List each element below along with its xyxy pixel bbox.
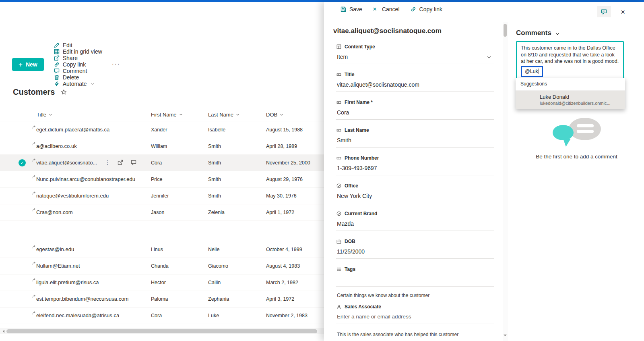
field-value-input[interactable]: vitae.aliquet@sociisnatoque.com bbox=[336, 79, 494, 92]
item-title: vitae.aliquet@sociisnatoque.com bbox=[333, 27, 442, 35]
vertical-scrollbar[interactable] bbox=[503, 22, 508, 341]
row-first-name: William bbox=[151, 143, 203, 149]
row-title-link[interactable]: eget.dictum.placerat@mattis.ca bbox=[36, 127, 145, 133]
form-field: Office New York City bbox=[336, 183, 494, 203]
row-title-link[interactable]: Cras@non.com bbox=[36, 209, 145, 215]
field-value-input[interactable]: Mazda bbox=[336, 218, 494, 231]
scroll-left-arrow-icon[interactable] bbox=[1, 330, 4, 333]
row-last-name: Zelenia bbox=[208, 210, 260, 215]
item-link-icon bbox=[32, 208, 36, 212]
row-title-link[interactable]: ligula.elit.pretium@risus.ca bbox=[36, 279, 145, 285]
row-dob: August 4, 1983 bbox=[266, 263, 322, 269]
field-value-input[interactable]: 11/25/2000 bbox=[336, 246, 494, 259]
item-link-icon bbox=[32, 158, 36, 162]
form-fields: Content Type Item Title vitae.aliquet@so… bbox=[336, 44, 494, 287]
text-icon bbox=[336, 155, 342, 161]
row-first-name: Chanda bbox=[151, 263, 203, 269]
column-header[interactable]: DOB bbox=[266, 112, 283, 118]
row-title-link[interactable]: vitae.aliquet@sociisnato... bbox=[36, 160, 105, 166]
sharepoint-list-app: ex + New Edit Edit in grid view Share Co… bbox=[0, 0, 644, 341]
table-row[interactable]: ✓ ligula.elit.pretium@risus.ca ⋮ Hector … bbox=[0, 274, 324, 291]
close-icon[interactable]: × bbox=[621, 8, 625, 16]
link-icon bbox=[54, 61, 60, 68]
favorite-star-icon[interactable] bbox=[61, 89, 67, 95]
field-value-input[interactable]: Smith bbox=[336, 135, 494, 148]
horizontal-scrollbar[interactable] bbox=[0, 328, 324, 334]
toolbar-button[interactable]: Edit in grid view bbox=[54, 48, 102, 55]
scrollbar-thumb[interactable] bbox=[6, 329, 317, 333]
scrollbar-thumb[interactable] bbox=[504, 24, 507, 37]
comment-icon[interactable] bbox=[130, 159, 137, 166]
field-label: Tags bbox=[345, 266, 355, 272]
field-value-input[interactable]: Cora bbox=[336, 107, 494, 120]
toolbar-button[interactable]: × Cancel bbox=[373, 6, 400, 12]
suggestion-item[interactable]: Luke Donald lukedonald@citizenbuilders.o… bbox=[516, 91, 625, 109]
row-title-link[interactable]: a@aclibero.co.uk bbox=[36, 143, 145, 149]
item-link-icon bbox=[32, 278, 36, 282]
toolbar-button[interactable]: Share bbox=[54, 55, 102, 61]
row-title-link[interactable]: egestas@in.edu bbox=[36, 246, 145, 252]
toolbar-button[interactable]: Edit bbox=[54, 42, 102, 48]
field-value-input[interactable]: Item bbox=[336, 52, 494, 64]
table-row[interactable]: ✓ a@aclibero.co.uk ⋮ William Smith April… bbox=[0, 138, 324, 155]
comments-header[interactable]: Comments bbox=[516, 29, 644, 37]
column-header[interactable]: First Name bbox=[151, 112, 183, 118]
field-label: First Name * bbox=[345, 100, 373, 105]
row-last-name: Zephania bbox=[208, 296, 260, 302]
toolbar-button[interactable]: Copy link bbox=[410, 6, 443, 12]
more-options-icon[interactable]: ⋮ bbox=[105, 159, 110, 166]
sales-associate-input[interactable]: Enter a name or email address bbox=[336, 312, 494, 324]
table-row[interactable]: ✓ eget.dictum.placerat@mattis.ca ⋮ Xande… bbox=[0, 122, 324, 138]
field-value-input[interactable]: New York City bbox=[336, 191, 494, 203]
share-icon[interactable] bbox=[117, 159, 124, 166]
comments-toggle-button[interactable] bbox=[597, 6, 611, 17]
more-commands-button[interactable]: ··· bbox=[112, 60, 120, 69]
row-title-link[interactable]: Nunc.pulvinar.arcu@conubianostraper.edu bbox=[36, 176, 145, 182]
row-title-link[interactable]: natoque@vestibulumlorem.edu bbox=[36, 193, 145, 199]
mention-being-typed[interactable]: @Luk bbox=[521, 66, 543, 77]
table-row[interactable]: ✓ Nunc.pulvinar.arcu@conubianostraper.ed… bbox=[0, 171, 324, 188]
table-row[interactable]: ✓ egestas@in.edu ⋮ Linus Nelle October 4… bbox=[0, 241, 324, 258]
new-button[interactable]: + New bbox=[12, 58, 44, 71]
scroll-down-arrow-icon[interactable] bbox=[504, 335, 507, 338]
row-title-link[interactable]: eleifend.nec.malesuada@atrisus.ca bbox=[36, 312, 145, 318]
row-title-link[interactable]: Nullam@Etiam.net bbox=[36, 263, 145, 269]
text-icon bbox=[336, 100, 342, 105]
toolbar-button[interactable]: Comment bbox=[54, 68, 102, 74]
row-last-name: Isabelle bbox=[208, 127, 260, 133]
column-header[interactable]: Title bbox=[37, 112, 52, 118]
table-row[interactable]: ✓ Cras@non.com ⋮ Jason Zelenia April 1, … bbox=[0, 204, 324, 221]
table-row[interactable]: ✓ Nullam@Etiam.net ⋮ Chanda Giacomo Augu… bbox=[0, 258, 324, 274]
table-row[interactable]: ✓ vitae.aliquet@sociisnato... ⋮ Cora Smi… bbox=[0, 155, 324, 171]
field-value-input[interactable]: 1-309-493-9697 bbox=[336, 163, 494, 175]
row-first-name: Hector bbox=[151, 280, 203, 285]
grid-icon bbox=[54, 48, 60, 55]
cancel-icon: × bbox=[373, 6, 379, 12]
table-row[interactable]: ✓ eleifend.nec.malesuada@atrisus.ca ⋮ Co… bbox=[0, 308, 324, 324]
row-dob: November 2, 1983 bbox=[266, 313, 322, 318]
list-area: + New Edit Edit in grid view Share Copy … bbox=[0, 2, 324, 341]
row-dob: April 28, 1989 bbox=[266, 143, 322, 149]
form-field: Content Type Item bbox=[336, 44, 494, 64]
text-caret bbox=[539, 69, 539, 74]
field-label: Sales Associate bbox=[345, 304, 381, 310]
item-detail-panel: Save × Cancel Copy link × vitae.aliqu bbox=[324, 2, 644, 341]
field-value-input[interactable]: — bbox=[336, 274, 494, 287]
column-header[interactable]: Last Name bbox=[208, 112, 239, 118]
toolbar-button[interactable]: Copy link bbox=[54, 61, 102, 68]
table-row[interactable]: ✓ natoque@vestibulumlorem.edu ⋮ Jennifer… bbox=[0, 188, 324, 204]
row-first-name: Cora bbox=[151, 160, 203, 166]
suggestions-label: Suggestions bbox=[516, 78, 625, 91]
toolbar-button[interactable]: Automate bbox=[54, 81, 102, 87]
row-dob: October 4, 1999 bbox=[266, 247, 322, 252]
person-icon bbox=[336, 304, 342, 310]
table-row[interactable]: ✓ est.tempor.bibendum@neccursusa.com ⋮ P… bbox=[0, 291, 324, 308]
toolbar-button[interactable]: Delete bbox=[54, 74, 102, 81]
chevron-down-icon[interactable] bbox=[487, 55, 491, 60]
row-actions: ⋮ bbox=[105, 159, 137, 166]
toolbar-button[interactable]: Save bbox=[340, 6, 362, 12]
row-title-link[interactable]: est.tempor.bibendum@neccursusa.com bbox=[36, 296, 145, 302]
comment-icon bbox=[54, 68, 60, 74]
selected-check-icon[interactable]: ✓ bbox=[19, 159, 26, 166]
row-last-name: Luke bbox=[208, 313, 260, 318]
